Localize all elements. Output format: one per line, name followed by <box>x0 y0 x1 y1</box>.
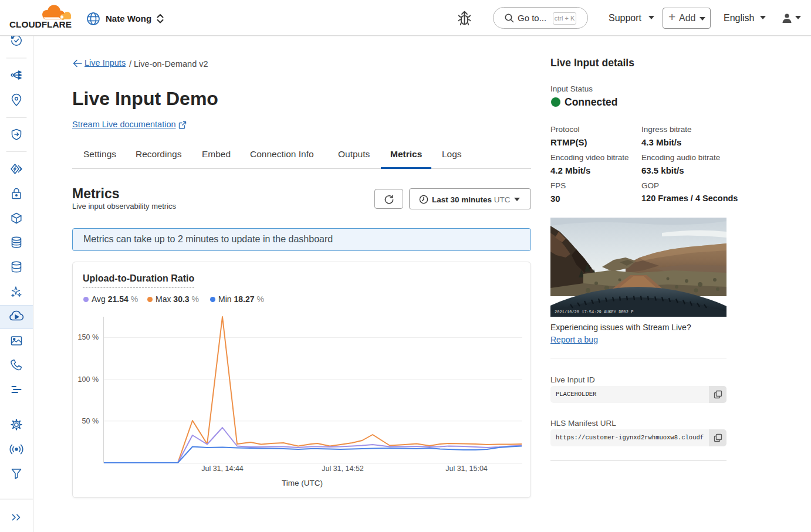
svg-text:CLOUDFLARE: CLOUDFLARE <box>9 20 72 28</box>
svg-text:150 %: 150 % <box>78 333 99 341</box>
svg-text:2021/10/20 17:54:29 AUKEY DR02: 2021/10/20 17:54:29 AUKEY DR02 P <box>555 310 633 314</box>
svg-text:100 %: 100 % <box>78 375 99 384</box>
svg-text:Jul 31, 14:44: Jul 31, 14:44 <box>201 465 244 473</box>
svg-text:50 %: 50 % <box>82 417 99 425</box>
svg-text:Jul 31, 14:52: Jul 31, 14:52 <box>322 465 364 473</box>
svg-text:Jul 31, 15:04: Jul 31, 15:04 <box>445 465 488 473</box>
